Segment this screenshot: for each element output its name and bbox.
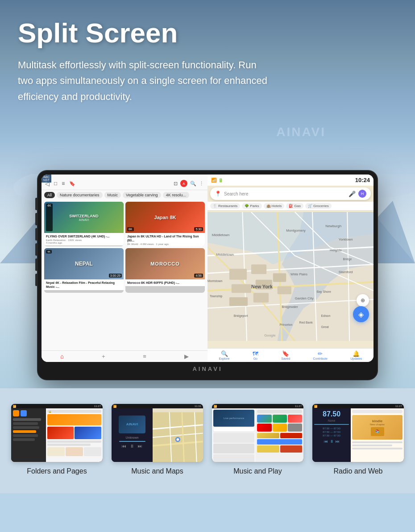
web-text-1	[352, 441, 403, 443]
battery-icon: 🔋	[218, 178, 223, 183]
contribute-icon: ✏	[313, 350, 328, 357]
filter-music[interactable]: Music	[104, 192, 121, 198]
yt-subscriptions-icon[interactable]: ▶	[184, 353, 189, 360]
device-side-buttons	[35, 198, 37, 286]
maps-locate-button[interactable]: ◈	[353, 306, 369, 322]
4k-badge-3: 4K	[46, 250, 52, 254]
updates-icon: 🔔	[350, 350, 362, 357]
explore-icon: 🔍	[219, 350, 230, 357]
maps-nav-explore[interactable]: 🔍 Explore	[219, 350, 230, 360]
maps-nav-go[interactable]: 🗺 Go	[253, 350, 258, 360]
screenshot-thumb-2: 📶 11:31 AINAVI Unknown ⏮ ⏸ ⏭	[112, 404, 203, 462]
search-mini	[257, 410, 302, 413]
filter-4k[interactable]: 4K resolu...	[163, 192, 190, 198]
product-3	[84, 447, 101, 456]
radio-label: None	[314, 419, 349, 422]
video-title-1: FLYING OVER SWITZERLAND (4K UHD) -...	[46, 234, 122, 238]
prev-icon: ⏮	[122, 444, 126, 449]
maps-bottom-nav: 🔍 Explore 🗺 Go 🔖 Saved ✏	[208, 348, 374, 362]
svg-rect-16	[229, 269, 247, 279]
menu-icon[interactable]: ≡	[62, 180, 65, 187]
window-icon[interactable]: □	[54, 180, 57, 187]
app-row-2	[280, 445, 302, 453]
youtube-filters: All Nature documentaries Music Vegetable…	[42, 190, 208, 200]
svg-text:Stamford: Stamford	[339, 270, 353, 274]
hero-section: Split Screen Multitask effortlessly with…	[0, 0, 415, 388]
parks-icon: 🌳	[245, 204, 249, 208]
list-item-2	[13, 422, 38, 425]
cast-icon[interactable]: ⊡	[174, 181, 178, 187]
maps-canvas[interactable]: New York Middletown Montgomery Newburgh …	[208, 211, 374, 342]
web-text-2	[352, 445, 392, 446]
filter-nature[interactable]: Nature documentaries	[57, 192, 103, 198]
svg-text:Bridgeport: Bridgeport	[234, 314, 248, 318]
filter-parks[interactable]: 🌳 Parks	[242, 203, 261, 209]
filter-gas[interactable]: ⛽ Gas	[286, 203, 303, 209]
freq-option-3: 87.50 — 67.50	[314, 434, 349, 437]
maps-mic-icon[interactable]: 🎤	[349, 191, 356, 197]
search-icon[interactable]: 🔍	[190, 181, 196, 187]
screenshot-item-4: 📶 11:27 87.50 None 87.50 — 67.50 87.50 —…	[312, 404, 404, 475]
maps-nav-saved[interactable]: 🔖 Saved	[281, 350, 290, 360]
maps-icon	[273, 424, 287, 432]
content-block-1	[47, 427, 74, 439]
radio-prev-icon: ⏮	[324, 439, 328, 444]
filter-restaurants[interactable]: 🍴 Restaurants	[210, 203, 240, 209]
filter-all[interactable]: All	[44, 192, 55, 198]
maps-profile-icon[interactable]: H	[358, 190, 366, 198]
svg-rect-23	[253, 293, 269, 303]
suggested-1	[213, 433, 254, 443]
promo-banner-3	[257, 439, 302, 445]
svg-text:Bridgewater: Bridgewater	[282, 305, 298, 309]
mini-map-svg	[153, 408, 203, 462]
yt-shorts-icon[interactable]: +	[102, 353, 105, 360]
youtube-video-2[interactable]: Japan 8K 8K 5:30 Japan in 8K ULTRA HD - …	[125, 202, 205, 246]
more-apps-icon	[288, 424, 302, 432]
product-2	[66, 447, 83, 456]
thumbnail-label-1: Folders and Pages	[11, 467, 103, 475]
thumb3-left: Live performance	[212, 408, 256, 462]
filter-vegetable[interactable]: Vegetable carving	[123, 192, 161, 198]
web-text-3	[352, 448, 403, 449]
map-time: 10:24	[355, 177, 370, 183]
svg-text:Morristown: Morristown	[208, 279, 223, 283]
svg-text:Montgomery: Montgomery	[286, 229, 306, 233]
video-sub-2: 8K World · 4.6M views · 1 year ago	[127, 243, 203, 245]
volume-button	[35, 243, 37, 256]
thumbnail-label-3: Music and Play	[212, 467, 303, 475]
filter-groceries[interactable]: 🛒 Groceries	[305, 203, 332, 209]
yt-home-icon[interactable]: ⌂	[60, 353, 64, 360]
youtube-video-1[interactable]: SWITZERLAND AINAVI 4K FLYING OVER SWITZE…	[44, 202, 124, 246]
svg-text:Edison: Edison	[321, 314, 331, 317]
radio-next-icon: ⏭	[336, 439, 340, 444]
maps-compass-button[interactable]: ⊕	[357, 294, 369, 307]
more-icon[interactable]: ⋮	[199, 181, 204, 187]
svg-text:Middletown: Middletown	[216, 253, 234, 257]
radio-play-icon: ⏸	[330, 439, 334, 444]
app-row-1	[257, 445, 279, 453]
youtube-video-3[interactable]: NEPAL 4K 3:00:29 Nepal 4K - Relaxation F…	[44, 248, 124, 293]
bookmark-icon[interactable]: 🔖	[69, 181, 75, 187]
maps-nav-contribute[interactable]: ✏ Contribute	[313, 350, 328, 360]
profile-icon[interactable]: A	[180, 180, 187, 187]
filter-hotels[interactable]: 🏨 Hotels	[264, 203, 285, 209]
svg-text:Google: Google	[264, 333, 275, 337]
app-icon-1	[13, 410, 19, 416]
gmap-icon	[257, 415, 271, 423]
maps-search-pin-icon: 📍	[215, 191, 221, 197]
svg-text:Township: Township	[210, 295, 223, 298]
thumb4-right: kindle New chapter 📚	[351, 408, 404, 462]
thumbnail-label-2: Music and Maps	[112, 467, 203, 475]
video-info-4: Morocco 8K HDR 60FPS (PUHD) -...	[125, 279, 205, 286]
radio-frequency: 87.50	[314, 410, 349, 418]
yt-library-icon[interactable]: ≡	[143, 353, 146, 360]
screenshot-thumb-1: 📶 11:27	[11, 404, 103, 462]
groceries-icon: 🛒	[308, 204, 312, 208]
device-outer: ABCNST ◁ □ ≡ 🔖 ⊡ A 🔍	[38, 171, 377, 379]
youtube-video-4[interactable]: MOROCCO 4:56 Morocco 8K HDR 60FPS (PUHD)…	[125, 248, 205, 293]
maps-panel: 📶 🔋 10:24 📍 Search here 🎤 H	[208, 175, 374, 362]
maps-nav-updates[interactable]: 🔔 Updates	[350, 350, 362, 360]
phone-icon	[273, 415, 287, 423]
maps-filters: 🍴 Restaurants 🌳 Parks 🏨 Hotels ⛽	[208, 202, 374, 211]
maps-search-bar[interactable]: 📍 Search here 🎤 H	[210, 187, 371, 200]
